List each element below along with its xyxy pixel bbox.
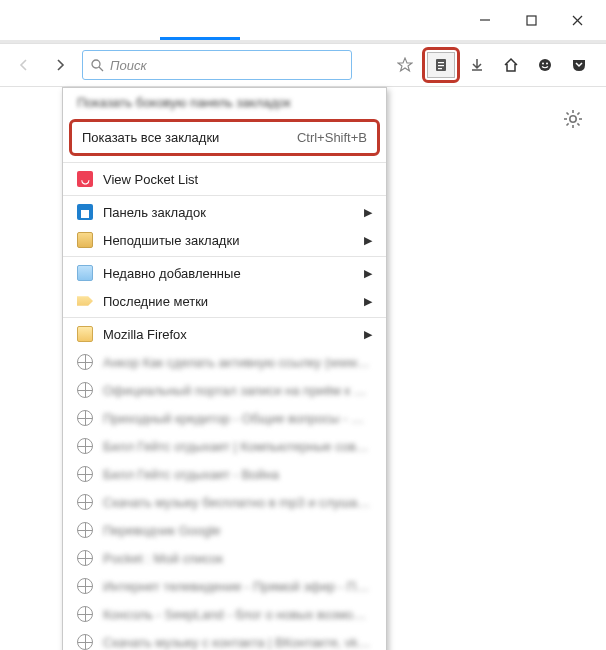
- smiley-icon: [537, 57, 553, 73]
- globe-icon: [77, 634, 93, 650]
- menu-item-bookmark[interactable]: Pocket : Мой список: [63, 544, 386, 572]
- menu-separator: [63, 162, 386, 163]
- menu-item-label: Панель закладок: [103, 205, 354, 220]
- window-maximize-button[interactable]: [508, 5, 554, 35]
- folder-icon: [77, 326, 93, 342]
- menu-item-mozilla-folder[interactable]: Mozilla Firefox ▶: [63, 320, 386, 348]
- menu-item-label: View Pocket List: [103, 172, 372, 187]
- svg-point-11: [542, 63, 544, 65]
- globe-icon: [77, 466, 93, 482]
- globe-icon: [77, 578, 93, 594]
- menu-item-bookmark[interactable]: Интернет телевидение - Прямой эфир - Пер…: [63, 572, 386, 600]
- window-minimize-button[interactable]: [462, 5, 508, 35]
- menu-item-bookmark[interactable]: Билл Гейтс отдыхает - Война: [63, 460, 386, 488]
- folder-icon: [77, 232, 93, 248]
- gear-icon: [562, 108, 584, 130]
- globe-icon: [77, 354, 93, 370]
- menu-item-bookmark[interactable]: Официальный портал записи на приём к вра…: [63, 376, 386, 404]
- submenu-arrow-icon: ▶: [364, 267, 372, 280]
- svg-rect-9: [438, 68, 442, 69]
- clipboard-icon: [433, 57, 449, 73]
- menu-item-bookmark[interactable]: Билл Гейтс отдыхает | Компьютерные совет…: [63, 432, 386, 460]
- menu-item-bookmark[interactable]: Консоль - SeepLand - блог о новых возмож…: [63, 600, 386, 628]
- globe-icon: [77, 606, 93, 622]
- nav-back-button[interactable]: [10, 51, 38, 79]
- svg-point-4: [92, 60, 100, 68]
- window-titlebar: [0, 0, 606, 40]
- search-input[interactable]: Поиск: [82, 50, 352, 80]
- tab-strip: [0, 40, 606, 43]
- submenu-arrow-icon: ▶: [364, 295, 372, 308]
- bookmarks-menu-button-highlight: [422, 47, 460, 83]
- pocket-button[interactable]: [562, 48, 596, 82]
- svg-rect-8: [438, 65, 444, 66]
- home-button[interactable]: [494, 48, 528, 82]
- svg-line-20: [577, 113, 579, 115]
- submenu-arrow-icon: ▶: [364, 328, 372, 341]
- menu-item-label: Неподшитые закладки: [103, 233, 354, 248]
- menu-item-shortcut: Ctrl+Shift+B: [297, 130, 367, 145]
- nav-forward-button[interactable]: [46, 51, 74, 79]
- menu-item-show-all-bookmarks[interactable]: Показать все закладки Ctrl+Shift+B: [69, 119, 380, 156]
- globe-icon: [77, 522, 93, 538]
- bookmarks-menu-button[interactable]: [427, 52, 455, 78]
- downloads-button[interactable]: [460, 48, 494, 82]
- globe-icon: [77, 494, 93, 510]
- svg-point-10: [539, 59, 551, 71]
- svg-point-12: [546, 63, 548, 65]
- globe-icon: [77, 410, 93, 426]
- search-placeholder: Поиск: [110, 58, 147, 73]
- download-icon: [469, 57, 485, 73]
- bookmark-star-button[interactable]: [388, 48, 422, 82]
- menu-item-label: Недавно добавленные: [103, 266, 354, 281]
- menu-item-bookmark[interactable]: Скачать музыку с контакта | ВКонтакте, v…: [63, 628, 386, 650]
- bookmarks-dropdown-menu: Показать боковую панель закладок Показат…: [62, 87, 387, 650]
- window-close-button[interactable]: [554, 5, 600, 35]
- menu-item-recent-tags[interactable]: Последние метки ▶: [63, 287, 386, 315]
- settings-gear-button[interactable]: [562, 108, 584, 134]
- menu-item-bookmark[interactable]: Приходный кредитор - Общие вопросы - Ме…: [63, 404, 386, 432]
- menu-item-bookmark[interactable]: Переводчик Google: [63, 516, 386, 544]
- pocket-icon: ◡: [77, 171, 93, 187]
- pocket-icon: [571, 57, 587, 73]
- smiley-button[interactable]: [528, 48, 562, 82]
- submenu-arrow-icon: ▶: [364, 234, 372, 247]
- svg-rect-7: [438, 62, 444, 63]
- svg-rect-1: [527, 16, 536, 25]
- globe-icon: [77, 438, 93, 454]
- search-icon: [91, 59, 104, 72]
- globe-icon: [77, 550, 93, 566]
- menu-item-pocket[interactable]: ◡ View Pocket List: [63, 165, 386, 193]
- recent-icon: [77, 265, 93, 281]
- globe-icon: [77, 382, 93, 398]
- svg-line-18: [567, 113, 569, 115]
- svg-line-5: [99, 67, 103, 71]
- menu-item-label: Mozilla Firefox: [103, 327, 354, 342]
- star-icon: [397, 57, 413, 73]
- menu-item-label: Показать все закладки: [82, 130, 219, 145]
- panel-icon: [77, 204, 93, 220]
- menu-item-unsorted-bookmarks[interactable]: Неподшитые закладки ▶: [63, 226, 386, 254]
- submenu-arrow-icon: ▶: [364, 206, 372, 219]
- svg-line-19: [577, 123, 579, 125]
- menu-item-bookmark[interactable]: Анкор Как сделать активную ссылку (www.N…: [63, 348, 386, 376]
- menu-separator: [63, 317, 386, 318]
- menu-item-bookmark[interactable]: Скачать музыку бесплатно в mp3 и слушать…: [63, 488, 386, 516]
- svg-line-21: [567, 123, 569, 125]
- menu-item-label: Последние метки: [103, 294, 354, 309]
- menu-separator: [63, 195, 386, 196]
- menu-item-show-sidebar[interactable]: Показать боковую панель закладок: [63, 88, 386, 117]
- menu-item-bookmarks-toolbar[interactable]: Панель закладок ▶: [63, 198, 386, 226]
- browser-toolbar: Поиск: [0, 43, 606, 87]
- tag-icon: [77, 293, 93, 309]
- menu-item-recently-added[interactable]: Недавно добавленные ▶: [63, 259, 386, 287]
- home-icon: [503, 57, 519, 73]
- svg-point-13: [570, 116, 576, 122]
- menu-separator: [63, 256, 386, 257]
